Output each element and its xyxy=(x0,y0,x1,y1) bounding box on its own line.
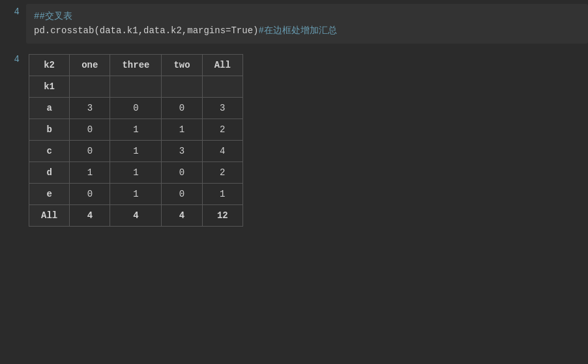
table-cell: 0 xyxy=(110,97,162,119)
notebook: 4##交叉表pd.crosstab(data.k1,data.k2,margin… xyxy=(0,0,588,233)
table-cell: 1 xyxy=(110,161,162,183)
code-cell: 4##交叉表pd.crosstab(data.k1,data.k2,margin… xyxy=(0,0,588,48)
table-subheader: k1 xyxy=(29,76,70,97)
table-cell: 4 xyxy=(70,204,110,226)
table-empty-cell xyxy=(162,76,202,97)
table-cell: 0 xyxy=(162,161,202,183)
table-cell: 1 xyxy=(202,183,243,204)
cell-number: 4 xyxy=(0,4,26,44)
table-cell: 3 xyxy=(162,140,202,161)
cell-content: k2onethreetwoAllk1a3003b0112c0134d1102e0… xyxy=(26,51,588,229)
table-cell: 12 xyxy=(202,204,243,226)
table-row-label: c xyxy=(29,140,70,161)
code-line: ##交叉表 xyxy=(34,9,580,23)
table-row: a3003 xyxy=(29,97,243,119)
table-header-one: one xyxy=(70,54,110,76)
output-cell: 4k2onethreetwoAllk1a3003b0112c0134d1102e… xyxy=(0,48,588,233)
code-text-span: ##交叉表 xyxy=(34,11,72,21)
table-cell: 0 xyxy=(70,183,110,204)
table-row-label: All xyxy=(29,204,70,226)
table-row-label: d xyxy=(29,161,70,183)
table-row: e0101 xyxy=(29,183,243,204)
code-line: pd.crosstab(data.k1,data.k2,margins=True… xyxy=(34,23,580,38)
table-header-three: three xyxy=(110,54,162,76)
table-header-All: All xyxy=(202,54,243,76)
table-row: b0112 xyxy=(29,119,243,140)
table-cell: 1 xyxy=(110,119,162,140)
table-cell: 4 xyxy=(162,204,202,226)
table-cell: 0 xyxy=(70,119,110,140)
code-text-span: pd.crosstab(data.k1,data.k2,margins=True… xyxy=(34,25,258,36)
table-cell: 3 xyxy=(202,97,243,119)
table-cell: 1 xyxy=(162,119,202,140)
table-cell: 1 xyxy=(70,161,110,183)
cell-content: ##交叉表pd.crosstab(data.k1,data.k2,margins… xyxy=(26,4,588,44)
table-cell: 1 xyxy=(110,140,162,161)
table-empty-cell xyxy=(110,76,162,97)
table-cell: 0 xyxy=(162,97,202,119)
table-cell: 3 xyxy=(70,97,110,119)
table-row: d1102 xyxy=(29,161,243,183)
table-cell: 2 xyxy=(202,161,243,183)
table-row: c0134 xyxy=(29,140,243,161)
table-row: All44412 xyxy=(29,204,243,226)
crosstab-table: k2onethreetwoAllk1a3003b0112c0134d1102e0… xyxy=(29,54,243,227)
table-cell: 1 xyxy=(110,183,162,204)
table-header-two: two xyxy=(162,54,202,76)
table-cell: 0 xyxy=(162,183,202,204)
table-empty-cell xyxy=(70,76,110,97)
cell-number: 4 xyxy=(0,51,26,229)
table-cell: 0 xyxy=(70,140,110,161)
table-header-k2: k2 xyxy=(29,54,70,76)
table-empty-cell xyxy=(202,76,243,97)
table-row-label: e xyxy=(29,183,70,204)
table-row-label: a xyxy=(29,97,70,119)
table-cell: 2 xyxy=(202,119,243,140)
code-text-span: #在边框处增加汇总 xyxy=(258,25,336,36)
table-cell: 4 xyxy=(202,140,243,161)
table-cell: 4 xyxy=(110,204,162,226)
table-row-label: b xyxy=(29,119,70,140)
